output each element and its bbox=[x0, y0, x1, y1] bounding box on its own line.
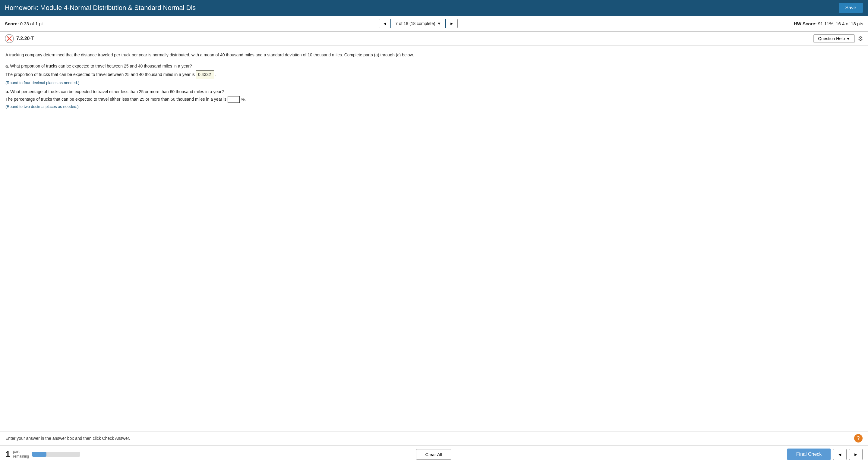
question-header: 7.2.20-T Question Help ▼ ⚙ bbox=[0, 32, 868, 46]
part-b-round-note: (Round to two decimal places as needed.) bbox=[5, 104, 863, 109]
page-title: Homework: Module 4-Normal Distribution &… bbox=[5, 4, 196, 12]
part-a-answer-prefix: The proportion of trucks that can be exp… bbox=[5, 72, 195, 77]
hw-score-display: HW Score: 91.11%, 16.4 of 18 pts bbox=[794, 21, 863, 26]
question-status-icon bbox=[5, 34, 14, 43]
part-b-answer-input[interactable] bbox=[228, 96, 240, 103]
score-bar: Score: 0.33 of 1 pt ◄ 7 of 18 (18 comple… bbox=[0, 16, 868, 32]
part-a-answer: The proportion of trucks that can be exp… bbox=[5, 70, 863, 79]
part-a-answer-suffix: . bbox=[215, 72, 216, 77]
question-id-label: 7.2.20-T bbox=[16, 36, 34, 41]
save-button[interactable]: Save bbox=[838, 3, 863, 13]
score-value: 0.33 of 1 pt bbox=[20, 21, 43, 26]
part-a-answer-value: 0.4332 bbox=[196, 70, 214, 79]
question-selector-label: 7 of 18 (18 complete) bbox=[395, 21, 435, 26]
part-b-container: b. What percentage of trucks can be expe… bbox=[5, 89, 863, 109]
question-help-dropdown-icon: ▼ bbox=[846, 36, 850, 41]
problem-statement: A trucking company determined that the d… bbox=[5, 52, 863, 58]
main-content: A trucking company determined that the d… bbox=[0, 46, 868, 116]
top-header-bar: Homework: Module 4-Normal Distribution &… bbox=[0, 0, 868, 16]
part-b-answer-suffix: %. bbox=[241, 97, 246, 101]
settings-button[interactable]: ⚙ bbox=[858, 35, 863, 42]
question-id-area: 7.2.20-T bbox=[5, 34, 34, 43]
part-b-label: b. What percentage of trucks can be expe… bbox=[5, 89, 863, 94]
part-b-answer: The percentage of trucks that can be exp… bbox=[5, 96, 863, 103]
settings-gear-icon: ⚙ bbox=[858, 35, 863, 42]
score-label: Score: bbox=[5, 21, 19, 26]
part-a-round-note: (Round to four decimal places as needed.… bbox=[5, 81, 863, 85]
question-actions: Question Help ▼ ⚙ bbox=[813, 34, 863, 43]
score-display: Score: 0.33 of 1 pt bbox=[5, 21, 43, 26]
part-b-answer-prefix: The percentage of trucks that can be exp… bbox=[5, 97, 226, 101]
part-a-label: a. What proportion of trucks can be expe… bbox=[5, 64, 863, 68]
dropdown-arrow-icon: ▼ bbox=[437, 21, 441, 26]
nav-next-button[interactable]: ► bbox=[446, 19, 458, 28]
hw-score-value: 91.11%, 16.4 of 18 pts bbox=[818, 21, 863, 26]
hw-score-label: HW Score: bbox=[794, 21, 817, 26]
nav-prev-button[interactable]: ◄ bbox=[379, 19, 391, 28]
question-nav-controls: ◄ 7 of 18 (18 complete) ▼ ► bbox=[379, 19, 458, 28]
part-b-question-text: What percentage of trucks can be expecte… bbox=[10, 89, 224, 94]
part-a-container: a. What proportion of trucks can be expe… bbox=[5, 64, 863, 85]
question-help-button[interactable]: Question Help ▼ bbox=[813, 34, 855, 43]
question-selector[interactable]: 7 of 18 (18 complete) ▼ bbox=[391, 19, 446, 28]
part-a-question-text: What proportion of trucks can be expecte… bbox=[10, 64, 192, 68]
question-help-label: Question Help bbox=[818, 36, 845, 41]
